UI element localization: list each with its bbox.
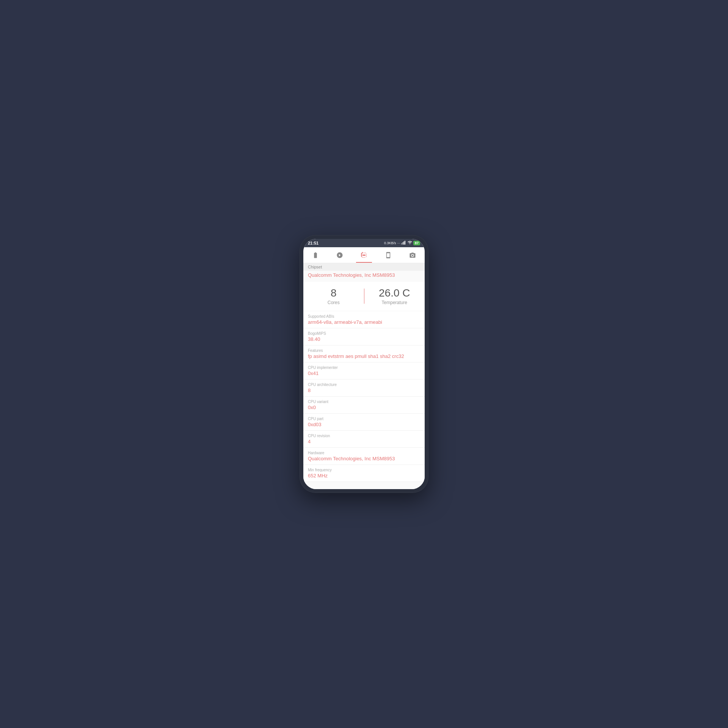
tab-camera[interactable] xyxy=(405,250,420,263)
battery-icon xyxy=(312,252,319,260)
cpu-icon xyxy=(361,252,367,260)
tab-phone[interactable] xyxy=(380,250,396,263)
tab-cpu[interactable] xyxy=(356,250,372,263)
signal-icon xyxy=(401,241,406,245)
chipset-value: Qualcomm Technologies, Inc MSM8953 xyxy=(303,271,425,281)
info-row-label: Min frequency xyxy=(308,468,420,472)
tab-battery[interactable] xyxy=(308,250,323,263)
info-row-label: Features xyxy=(308,348,420,353)
info-row-value: 38.40 xyxy=(308,336,420,342)
network-speed: 0.3KB/s xyxy=(384,241,396,245)
svg-rect-1 xyxy=(402,242,403,245)
wifi-icon xyxy=(408,241,412,245)
info-row-value: fp asimd evtstrm aes pmull sha1 sha2 crc… xyxy=(308,353,420,359)
info-row-label: CPU part xyxy=(308,417,420,421)
info-row: HardwareQualcomm Technologies, Inc MSM89… xyxy=(303,448,425,465)
info-row-label: CPU architecture xyxy=(308,383,420,387)
info-row: CPU variant0x0 xyxy=(303,397,425,414)
dots-icon: ··· xyxy=(397,241,400,245)
info-row-label: BogoMIPS xyxy=(308,331,420,336)
info-row-value: 4 xyxy=(308,439,420,444)
info-rows: Supported ABIsarm64-v8a, armeabi-v7a, ar… xyxy=(303,311,425,482)
info-row: CPU revision4 xyxy=(303,431,425,448)
info-row-value: 0xd03 xyxy=(308,422,420,427)
status-right: 0.3KB/s ··· xyxy=(384,241,420,245)
status-bar: 21:51 0.3KB/s ··· xyxy=(303,239,425,247)
status-time: 21:51 xyxy=(308,241,318,245)
info-row: Supported ABIsarm64-v8a, armeabi-v7a, ar… xyxy=(303,311,425,328)
info-row: CPU architecture8 xyxy=(303,380,425,397)
phone-screen: 21:51 0.3KB/s ··· xyxy=(303,239,425,489)
main-content: Chipset Qualcomm Technologies, Inc MSM89… xyxy=(303,263,425,489)
phone-icon xyxy=(385,252,392,260)
nav-tabs xyxy=(303,247,425,263)
battery-badge: 87 xyxy=(413,241,420,245)
cores-label: Cores xyxy=(328,300,340,305)
chipset-label: Chipset xyxy=(303,263,425,271)
phone-device: 21:51 0.3KB/s ··· xyxy=(300,235,428,493)
info-row-label: CPU implementer xyxy=(308,366,420,370)
info-row-label: CPU revision xyxy=(308,434,420,438)
info-row-label: Supported ABIs xyxy=(308,314,420,318)
info-row-value: 8 xyxy=(308,388,420,393)
temperature-stat: 26.0 C Temperature xyxy=(364,287,425,305)
info-row-value: Qualcomm Technologies, Inc MSM8953 xyxy=(308,456,420,461)
info-row-value: 652 MHz xyxy=(308,473,420,479)
info-row-value: 0x0 xyxy=(308,405,420,410)
svg-rect-3 xyxy=(405,241,405,245)
stats-row: 8 Cores 26.0 C Temperature xyxy=(303,282,425,311)
info-row: CPU implementer0x41 xyxy=(303,362,425,380)
temperature-value: 26.0 C xyxy=(379,287,410,299)
cores-stat: 8 Cores xyxy=(303,287,364,305)
camera-icon xyxy=(409,252,416,260)
info-row: Min frequency652 MHz xyxy=(303,465,425,482)
tab-chart[interactable] xyxy=(332,250,348,263)
svg-rect-2 xyxy=(403,242,404,245)
info-row-label: Hardware xyxy=(308,451,420,455)
chart-icon xyxy=(336,252,343,260)
info-row-value: arm64-v8a, armeabi-v7a, armeabi xyxy=(308,319,420,325)
svg-rect-0 xyxy=(401,243,402,245)
temperature-label: Temperature xyxy=(382,300,407,305)
cores-value: 8 xyxy=(331,287,337,299)
info-row: CPU part0xd03 xyxy=(303,414,425,431)
info-row: BogoMIPS38.40 xyxy=(303,328,425,345)
info-row-value: 0x41 xyxy=(308,370,420,376)
info-row-label: CPU variant xyxy=(308,400,420,404)
info-row: Featuresfp asimd evtstrm aes pmull sha1 … xyxy=(303,345,425,362)
